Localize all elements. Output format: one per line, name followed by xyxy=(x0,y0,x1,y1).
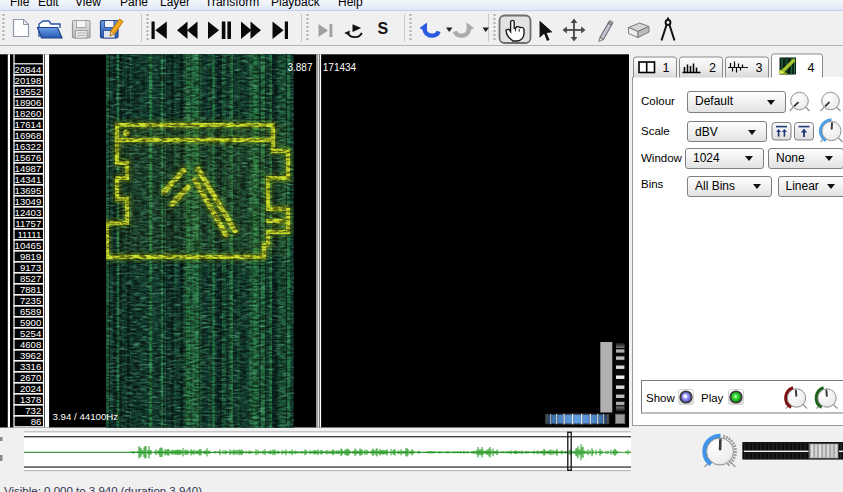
svg-text:14987: 14987 xyxy=(15,163,42,174)
svg-text:17614: 17614 xyxy=(15,119,42,130)
svg-text:11757: 11757 xyxy=(15,218,41,229)
svg-text:3.94 / 44100Hz: 3.94 / 44100Hz xyxy=(53,411,119,422)
svg-text:8527: 8527 xyxy=(20,273,41,284)
svg-text:6589: 6589 xyxy=(20,306,41,317)
svg-text:5900: 5900 xyxy=(20,317,41,328)
svg-text:732: 732 xyxy=(25,405,41,416)
svg-text:19552: 19552 xyxy=(15,86,42,97)
svg-text:15676: 15676 xyxy=(15,152,42,163)
svg-text:3316: 3316 xyxy=(20,361,41,372)
svg-text:11111: 11111 xyxy=(17,229,41,240)
svg-text:S: S xyxy=(378,20,389,37)
svg-text:7235: 7235 xyxy=(20,295,41,306)
svg-text:1378: 1378 xyxy=(20,394,41,405)
svg-text:Play: Play xyxy=(701,392,724,404)
svg-text:18260: 18260 xyxy=(15,108,42,119)
svg-text:171434: 171434 xyxy=(323,62,357,73)
svg-text:18906: 18906 xyxy=(15,97,42,108)
svg-text:16968: 16968 xyxy=(15,130,42,141)
svg-text:13049: 13049 xyxy=(15,196,42,207)
svg-text:5254: 5254 xyxy=(20,328,42,339)
svg-text:9173: 9173 xyxy=(20,262,41,273)
svg-text:12403: 12403 xyxy=(15,207,42,218)
svg-text:7881: 7881 xyxy=(20,284,41,295)
svg-text:20198: 20198 xyxy=(15,75,42,86)
svg-text:10465: 10465 xyxy=(15,240,42,251)
svg-text:14341: 14341 xyxy=(15,174,42,185)
svg-text:13695: 13695 xyxy=(15,185,42,196)
svg-text:20844: 20844 xyxy=(15,64,42,75)
svg-text:16322: 16322 xyxy=(15,141,42,152)
svg-text:4608: 4608 xyxy=(20,339,41,350)
svg-text:2670: 2670 xyxy=(20,372,41,383)
svg-text:9819: 9819 xyxy=(20,251,41,262)
svg-text:3962: 3962 xyxy=(20,350,41,361)
svg-text:3.887: 3.887 xyxy=(287,62,312,73)
svg-text:2024: 2024 xyxy=(20,383,42,394)
svg-text:Show: Show xyxy=(646,392,675,404)
